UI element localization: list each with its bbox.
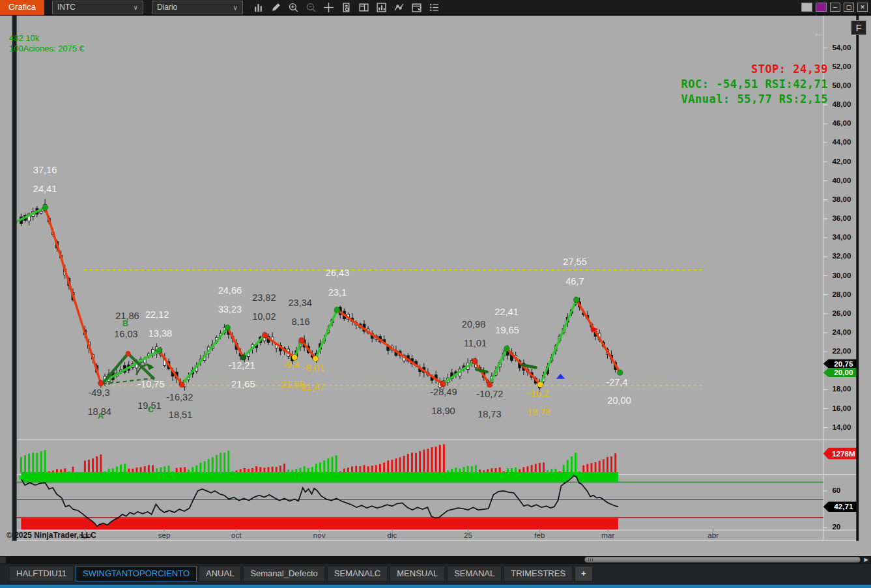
indicator-stats: STOP: 24,39 ROC: -54,51 RSI:42,71 VAnual… xyxy=(681,62,828,107)
zoom-in-icon xyxy=(288,2,299,13)
pivot-dot xyxy=(156,348,162,354)
volume-bar xyxy=(216,455,218,473)
list-icon-part xyxy=(431,9,432,10)
document-search-icon[interactable] xyxy=(340,1,353,14)
tab-semanal[interactable]: SEMANAL xyxy=(447,566,502,581)
fixed-scale-button[interactable]: F xyxy=(851,20,866,35)
volume-bar xyxy=(84,461,86,473)
grafica-window-tab[interactable]: Grafica xyxy=(0,0,44,15)
volume-bar xyxy=(515,468,517,473)
volume-bar xyxy=(379,464,381,473)
list-icon[interactable] xyxy=(428,1,441,14)
volume-bar xyxy=(92,458,94,473)
volume-bar xyxy=(140,468,142,473)
volume-bar xyxy=(355,466,357,473)
volume-bar xyxy=(319,463,321,473)
volume-bar xyxy=(407,454,409,473)
swing-label: 11,01 xyxy=(464,338,487,348)
volume-bar xyxy=(431,447,433,473)
volume-bar xyxy=(443,444,445,472)
volume-bar xyxy=(100,455,102,473)
bar-chart-icon-part xyxy=(261,6,262,12)
instrument-dropdown[interactable]: INTC ∨ xyxy=(52,1,143,14)
scrollbar-left-stub[interactable] xyxy=(0,557,6,563)
price-tick-label: 52,00 xyxy=(832,62,851,70)
scrollbar-grip-icon xyxy=(588,558,593,561)
period-dropdown[interactable]: Diario ∨ xyxy=(152,1,243,14)
volume-bar xyxy=(259,467,261,472)
crosshair-icon[interactable] xyxy=(322,1,336,14)
volume-bar xyxy=(411,453,413,472)
candle-body xyxy=(40,211,42,213)
volume-bar xyxy=(495,468,497,473)
pivot-dot xyxy=(98,380,104,386)
price-tick-label: 36,00 xyxy=(832,214,851,222)
volume-bar xyxy=(208,459,210,473)
chart-box-icon[interactable] xyxy=(375,1,388,14)
scrollbar-right-arrow[interactable]: ▶ xyxy=(862,557,870,563)
zoom-in-icon[interactable] xyxy=(287,1,300,14)
window-panel-icon-part xyxy=(360,4,369,11)
tab-semanalc[interactable]: SEMANALC xyxy=(327,566,388,581)
tab-semanal_defecto[interactable]: Semanal_Defecto xyxy=(243,566,324,581)
volume-bar xyxy=(212,457,214,473)
calendar-icon[interactable] xyxy=(410,1,423,14)
volume-bar xyxy=(567,460,569,473)
price-tick-label: 18,00 xyxy=(832,384,851,393)
tab-trimestres[interactable]: TRIMESTRES xyxy=(504,566,573,581)
volume-bar xyxy=(176,468,178,473)
window-panel-icon[interactable] xyxy=(358,1,371,14)
swing-label: 46,7 xyxy=(565,276,584,287)
volume-bar xyxy=(336,455,337,472)
zoom-out-icon[interactable] xyxy=(305,1,318,14)
volume-bar xyxy=(383,462,385,472)
swing-label: -12,21 xyxy=(228,360,255,371)
last-price-marker-label: 20,75 xyxy=(834,359,853,368)
volume-bar xyxy=(323,460,325,473)
color-swatch-gray-icon[interactable] xyxy=(801,3,812,12)
volume-bar xyxy=(300,468,302,473)
pencil-icon[interactable] xyxy=(270,1,283,14)
volume-bar xyxy=(375,465,377,472)
price-tick-label: 46,00 xyxy=(832,119,851,127)
volume-bar xyxy=(227,451,229,473)
rsi-start-marker xyxy=(19,476,23,480)
month-label: 25 xyxy=(464,531,472,539)
volume-bar xyxy=(20,457,22,473)
maximize-button[interactable]: ▢ xyxy=(844,3,854,12)
scrollbar-thumb[interactable] xyxy=(584,557,861,563)
polyline-icon[interactable] xyxy=(393,1,406,14)
volume-bar xyxy=(511,468,513,473)
volume-marker-label: 1278M xyxy=(832,449,855,458)
swing-label: 8,16 xyxy=(291,316,309,327)
minimize-button[interactable]: ─ xyxy=(830,3,840,12)
swing-label: 26,43 xyxy=(326,268,349,278)
volume-bar xyxy=(522,467,524,472)
tab-swingtantoporciento[interactable]: SWINGTANTOPORCIENTO xyxy=(76,566,197,581)
volume-bar xyxy=(160,468,162,473)
color-swatch-purple-icon[interactable] xyxy=(816,3,827,12)
volume-bar xyxy=(586,464,588,472)
bar-chart-icon xyxy=(253,2,264,13)
swing-label: 18,90 xyxy=(431,406,455,416)
rsi-value-marker-label: 42,71 xyxy=(834,502,853,511)
add-tab-button[interactable]: + xyxy=(575,566,593,581)
price-tick-label: 24,00 xyxy=(832,328,851,336)
back-arrow-icon[interactable]: ← xyxy=(812,23,827,41)
bar-chart-icon[interactable] xyxy=(252,1,265,14)
volume-bar xyxy=(120,465,122,473)
tab-halftdiu11[interactable]: HALFTDIU11 xyxy=(9,566,74,581)
tab-mensual[interactable]: MENSUAL xyxy=(390,566,445,581)
close-button[interactable]: ✕ xyxy=(857,3,868,12)
price-tick-label: 38,00 xyxy=(832,195,851,203)
calendar-icon-part xyxy=(413,4,421,12)
zoom-in-icon-part xyxy=(296,9,298,12)
period-value: Diario xyxy=(157,3,177,12)
info-line-2: 100Aciones: 2075 € xyxy=(9,44,84,54)
volume-bar xyxy=(415,453,417,473)
pivot-dot xyxy=(334,307,340,313)
price-tick-label: 30,00 xyxy=(832,271,851,279)
polyline-icon xyxy=(393,2,405,13)
tab-anual[interactable]: ANUAL xyxy=(199,566,241,581)
window-panel-icon xyxy=(358,2,369,13)
